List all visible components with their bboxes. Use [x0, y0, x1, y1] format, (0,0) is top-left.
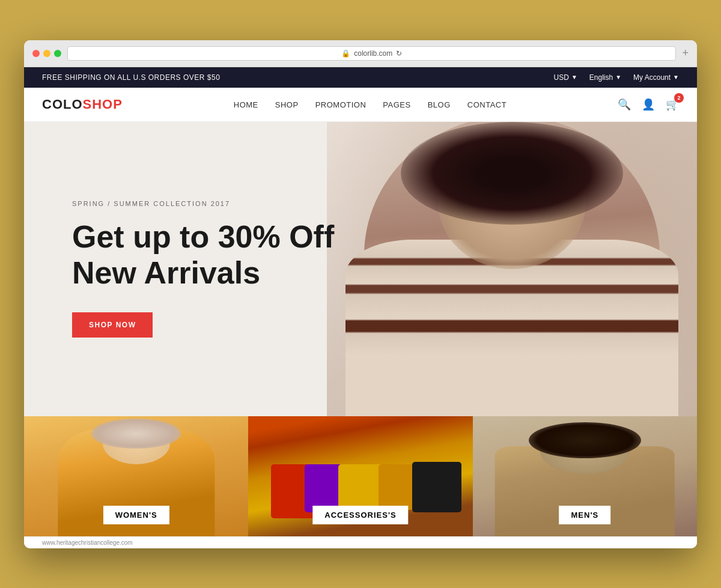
- url-bar[interactable]: 🔒 colorlib.com ↻: [67, 46, 676, 61]
- nav-blog[interactable]: BLOG: [428, 99, 451, 110]
- logo-shop: SHOP: [83, 97, 123, 112]
- nav-links: HOME SHOP PROMOTION PAGES BLOG CONTACT: [234, 99, 507, 110]
- status-url: www.heritagechristiancollege.com: [42, 539, 133, 546]
- nav-shop[interactable]: SHOP: [275, 99, 299, 110]
- men-label: MEN'S: [559, 506, 611, 524]
- browser-titlebar: 🔒 colorlib.com ↻ +: [24, 40, 697, 67]
- nav-pages[interactable]: PAGES: [383, 99, 410, 110]
- window-controls: [32, 50, 61, 57]
- hero-section: SPRING / SUMMER COLLECTION 2017 Get up t…: [24, 122, 697, 416]
- nav-contact[interactable]: CONTACT: [467, 99, 507, 110]
- category-accessories[interactable]: ACCESSORIES'S: [248, 416, 472, 536]
- logo[interactable]: COLOSHOP: [42, 97, 123, 112]
- shop-now-button[interactable]: SHOP NOW: [72, 312, 153, 338]
- hero-subtitle: SPRING / SUMMER COLLECTION 2017: [72, 200, 334, 207]
- language-chevron: ▼: [615, 74, 621, 80]
- maximize-button[interactable]: [54, 50, 61, 57]
- minimize-button[interactable]: [43, 50, 50, 57]
- lock-icon: 🔒: [341, 49, 350, 58]
- search-icon[interactable]: 🔍: [618, 98, 631, 111]
- categories-section: WOMEN'S ACCESSORIES'S: [24, 416, 697, 536]
- women-label: WOMEN'S: [103, 506, 169, 524]
- category-womens[interactable]: WOMEN'S: [24, 416, 248, 536]
- hero-title: Get up to 30% Off New Arrivals: [72, 219, 334, 291]
- currency-label: USD: [554, 73, 569, 82]
- accessories-label: ACCESSORIES'S: [312, 506, 408, 524]
- hero-title-line2: New Arrivals: [72, 255, 260, 290]
- cart-icon[interactable]: 🛒 2: [666, 98, 679, 111]
- currency-dropdown[interactable]: USD ▼: [554, 73, 577, 82]
- account-dropdown[interactable]: My Account ▼: [633, 73, 679, 82]
- url-text: colorlib.com: [354, 49, 392, 58]
- new-tab-button[interactable]: +: [682, 47, 689, 59]
- nav-icons: 🔍 👤 🛒 2: [618, 98, 679, 111]
- nav-home[interactable]: HOME: [234, 99, 258, 110]
- cart-badge: 2: [674, 93, 684, 103]
- account-icon[interactable]: 👤: [642, 98, 655, 111]
- announcement-bar: FREE SHIPPING ON ALL U.S ORDERS OVER $50…: [24, 67, 697, 88]
- close-button[interactable]: [32, 50, 40, 57]
- logo-colo: COLO: [42, 97, 83, 112]
- announcement-right: USD ▼ English ▼ My Account ▼: [554, 73, 679, 82]
- account-label: My Account: [633, 73, 671, 82]
- category-mens[interactable]: MEN'S: [473, 416, 697, 536]
- browser-window: 🔒 colorlib.com ↻ + FREE SHIPPING ON ALL …: [24, 40, 697, 548]
- language-dropdown[interactable]: English ▼: [589, 73, 621, 82]
- main-nav: COLOSHOP HOME SHOP PROMOTION PAGES BLOG …: [24, 88, 697, 122]
- nav-promotion[interactable]: PROMOTION: [315, 99, 367, 110]
- currency-chevron: ▼: [571, 74, 577, 80]
- language-label: English: [589, 73, 613, 82]
- hero-image-area: [327, 122, 697, 416]
- hero-title-line1: Get up to 30% Off: [72, 219, 334, 254]
- site-content: FREE SHIPPING ON ALL U.S ORDERS OVER $50…: [24, 67, 697, 548]
- announcement-text: FREE SHIPPING ON ALL U.S ORDERS OVER $50: [42, 73, 220, 82]
- reload-icon[interactable]: ↻: [396, 49, 402, 58]
- hero-content: SPRING / SUMMER COLLECTION 2017 Get up t…: [24, 164, 382, 374]
- account-chevron: ▼: [673, 74, 679, 80]
- status-bar: www.heritagechristiancollege.com: [24, 536, 697, 548]
